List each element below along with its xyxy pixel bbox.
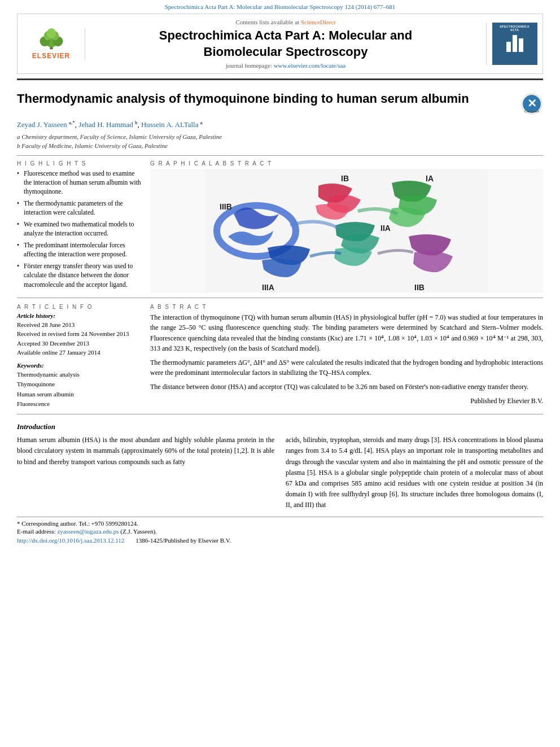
keyword-2: Thymoquinone (17, 379, 141, 390)
abstract-heading: A B S T R A C T (150, 304, 543, 310)
intro-left-text: Human serum albumin (HSA) is the most ab… (17, 435, 274, 468)
available-date: Available online 27 January 2014 (17, 348, 141, 357)
journal-top-bar: Spectrochimica Acta Part A: Molecular an… (0, 0, 560, 11)
journal-title: Spectrochimica Acta Part A: Molecular an… (91, 28, 480, 60)
journal-homepage: journal homepage: www.elsevier.com/locat… (91, 62, 480, 69)
received-revised-date: Received in revised form 24 November 201… (17, 329, 141, 339)
intro-columns: Human serum albumin (HSA) is the most ab… (17, 435, 543, 510)
svg-text:IB: IB (341, 174, 349, 183)
graphical-abstract-heading: G R A P H I C A L A B S T R A C T (150, 160, 543, 167)
sciencedirect-link[interactable]: ScienceDirect (301, 19, 336, 25)
author-yasseen[interactable]: Zeyad J. Yasseen (17, 121, 67, 129)
elsevier-tree-icon (32, 28, 71, 51)
accepted-date: Accepted 30 December 2013 (17, 339, 141, 348)
intro-heading: Introduction (17, 422, 543, 431)
keyword-1: Thermodynamic analysis (17, 370, 141, 380)
authors: Zeyad J. Yasseen a,*, Jehad H. Hammad b,… (17, 120, 543, 129)
protein-svg: IIIB IB IA (150, 169, 543, 293)
divider-2 (17, 298, 543, 298)
highlight-item-1: Fluorescence method was used to examine … (17, 169, 141, 196)
article-title: Thermodynamic analysis of thymoquinone b… (17, 90, 515, 108)
svg-text:IIIB: IIIB (220, 202, 232, 211)
svg-text:IA: IA (426, 174, 434, 183)
received-date: Received 28 June 2013 (17, 320, 141, 330)
keywords: Keywords: Thermodynamic analysis Thymoqu… (17, 362, 141, 409)
keyword-4: Fluorescence (17, 399, 141, 409)
abstract-para-2: The thermodynamic parameters ΔG°, ΔH° an… (150, 357, 543, 378)
doi-links: http://dx.doi.org/10.1016/j.saa.2013.12.… (17, 537, 543, 544)
science-direct-info: Contents lists available at ScienceDirec… (91, 19, 480, 25)
elsevier-logo-area: ELSEVIER (23, 28, 85, 60)
article-info-abstract-section: A R T I C L E I N F O Article history: R… (17, 304, 543, 410)
intro-right-column: acids, bilirubin, tryptophan, steroids a… (286, 435, 543, 510)
crossmark-icon: ✕ CrossMark (520, 93, 543, 115)
logo-bar-1 (506, 42, 511, 52)
keywords-label: Keywords: (17, 362, 141, 369)
doi-text-2: 1386-1425/Published by Elsevier B.V. (135, 537, 231, 544)
svg-text:IIB: IIB (414, 283, 425, 292)
logo-bar-3 (519, 38, 523, 52)
highlight-item-4: The predominant intermolecular forces af… (17, 241, 141, 259)
introduction-section: Introduction Human serum albumin (HSA) i… (17, 422, 543, 510)
keyword-3: Human serum albumin (17, 390, 141, 400)
affiliation-a: a Chemistry department, Faculty of Scien… (17, 133, 222, 140)
highlight-item-3: We examined two mathematical models to a… (17, 220, 141, 238)
highlights-list: Fluorescence method was used to examine … (17, 169, 141, 289)
svg-text:✕: ✕ (527, 97, 537, 110)
history-label: Article history: (17, 312, 141, 319)
highlight-item-2: The thermodynamic parameters of the inte… (17, 199, 141, 217)
logo-bars (506, 35, 523, 52)
divider-1 (17, 155, 543, 156)
journal-logo-box: SPECTROCHIMICAACTA (492, 23, 537, 65)
highlights-graphical-section: H I G H L I G H T S Fluorescence method … (17, 160, 543, 293)
elsevier-label: ELSEVIER (32, 52, 70, 60)
highlight-item-5: Förster energy transfer theory was used … (17, 261, 141, 289)
abstract-para-1: The interaction of thymoquinone (TQ) wit… (150, 312, 543, 354)
svg-text:IIIA: IIIA (262, 283, 274, 292)
author-altalla[interactable]: Hussein A. ALTalla (141, 121, 199, 129)
article-info-heading: A R T I C L E I N F O (17, 304, 141, 310)
logo-bar-2 (513, 35, 517, 52)
svg-text:IIA: IIA (380, 224, 391, 233)
corresponding-author-note: * Corresponding author. Tel.: +970 59992… (17, 520, 543, 527)
graphical-abstract-column: G R A P H I C A L A B S T R A C T IIIB (150, 160, 543, 293)
published-by: Published by Elsevier B.V. (150, 396, 543, 407)
graphical-abstract-image: IIIB IB IA (150, 169, 543, 293)
article-info-column: A R T I C L E I N F O Article history: R… (17, 304, 141, 410)
journal-logo-area: SPECTROCHIMICAACTA (486, 23, 537, 65)
intro-left-column: Human serum albumin (HSA) is the most ab… (17, 435, 274, 510)
highlights-column: H I G H L I G H T S Fluorescence method … (17, 160, 141, 293)
article-body: Thermodynamic analysis of thymoquinone b… (0, 80, 560, 549)
highlights-heading: H I G H L I G H T S (17, 160, 141, 167)
article-title-area: Thermodynamic analysis of thymoquinone b… (17, 90, 543, 115)
abstract-text: The interaction of thymoquinone (TQ) wit… (150, 312, 543, 407)
abstract-para-3: The distance between donor (HSA) and acc… (150, 382, 543, 392)
email-note: E-mail address: zyasseen@iugaza.edu.ps (… (17, 528, 543, 535)
article-history: Article history: Received 28 June 2013 R… (17, 312, 141, 357)
affiliations: a Chemistry department, Faculty of Scien… (17, 132, 543, 151)
author-hammad[interactable]: Jehad H. Hammad (78, 121, 133, 129)
intro-right-text: acids, bilirubin, tryptophan, steroids a… (286, 435, 543, 510)
svg-text:CrossMark: CrossMark (524, 110, 539, 113)
footnotes: * Corresponding author. Tel.: +970 59992… (17, 517, 543, 544)
divider-3 (17, 414, 543, 414)
email-link[interactable]: zyasseen@iugaza.edu.ps (57, 528, 119, 535)
logo-text: SPECTROCHIMICAACTA (500, 25, 530, 32)
journal-banner: ELSEVIER Contents lists available at Sci… (17, 14, 543, 74)
journal-title-area: Contents lists available at ScienceDirec… (91, 19, 480, 69)
svg-point-6 (47, 28, 56, 38)
homepage-link[interactable]: www.elsevier.com/locate/saa (274, 62, 346, 69)
abstract-column: A B S T R A C T The interaction of thymo… (150, 304, 543, 410)
affiliation-b: b Faculty of Medicine, Islamic Universit… (17, 142, 168, 149)
doi-link-1[interactable]: http://dx.doi.org/10.1016/j.saa.2013.12.… (17, 537, 124, 544)
journal-citation: Spectrochimica Acta Part A: Molecular an… (165, 3, 396, 10)
